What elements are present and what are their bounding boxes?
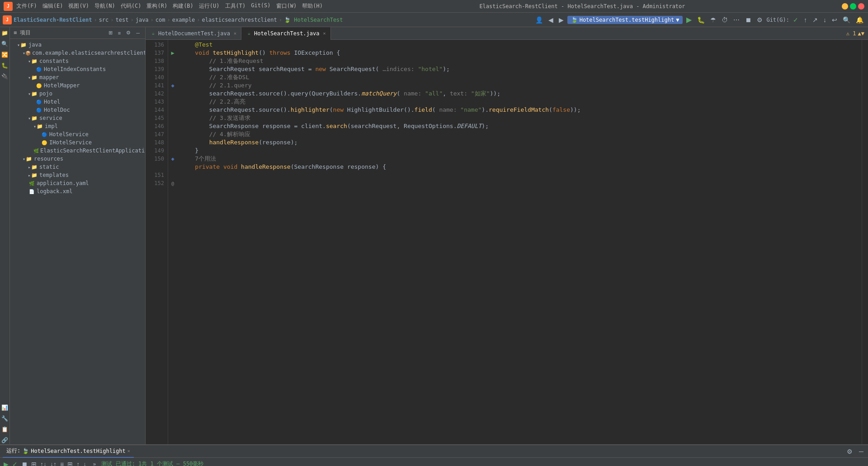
run-sort-desc[interactable]: ↓↑ [49,460,57,466]
tree-item-package[interactable]: ▾ 📦 com.example.elasticsearchrestclient [10,49,145,57]
run-collapse-all[interactable]: ≡ [59,460,65,466]
tree-item-resources[interactable]: ▾ 📁 resources [10,155,145,163]
breadcrumb-java[interactable]: java [136,17,149,23]
coverage-button[interactable]: ☂ [708,15,718,24]
run-stop-button[interactable]: ⏹ [20,460,28,466]
tab-hotelsearchtest-close[interactable]: ✕ [323,31,326,36]
back-button[interactable]: ◀ [547,15,555,24]
run-minimize-button[interactable]: ─ [857,447,865,456]
tree-item-java[interactable]: ▾ 📁 java [10,41,145,49]
breadcrumb-com[interactable]: com [156,17,165,23]
tab-hoteldocumenttest-close[interactable]: ✕ [234,31,236,36]
left-icon-bottom-3[interactable]: 📋 [1,425,9,433]
close-button[interactable] [858,3,864,10]
more-run-button[interactable]: ⋯ [731,15,741,24]
tree-item-yaml[interactable]: 🌿 application.yaml [10,179,145,187]
run-button[interactable]: ▶ [684,14,693,25]
git-push[interactable]: ↑ [802,15,809,24]
sidebar-action-minimize[interactable]: ─ [134,29,142,37]
tree-item-hotel[interactable]: 🔵 Hotel [10,98,145,106]
minimize-button[interactable] [842,3,848,10]
tree-item-pojo[interactable]: ▾ 📁 pojo [10,90,145,98]
breadcrumb-example[interactable]: example [172,17,195,23]
menu-tools[interactable]: 工具(T) [225,2,246,10]
tree-label-static: static [39,164,59,170]
tree-item-hotelindexconstants[interactable]: 🔵 HotelIndexConstants [10,65,145,73]
sidebar-action-collapse[interactable]: ≡ [116,29,123,37]
profile-button[interactable]: ⏱ [720,15,730,24]
run-tree-toggle[interactable]: ⊞ [30,460,38,466]
run-tab-label[interactable]: 运行: 🍃 HotelSearchTest.testHighlight ✕ [3,445,134,458]
avatar-button[interactable]: 👤 [533,15,545,24]
menu-window[interactable]: 窗口(W) [276,2,297,10]
tree-item-hotelservice[interactable]: 🔵 HotelService [10,130,145,138]
git-pull[interactable]: ↓ [821,15,828,24]
run-config-selector[interactable]: 🍃 HotelSearchTest.testHighlight ▼ [567,16,683,24]
code-content[interactable]: @Test void testHighlight() throws IOExce… [177,40,862,444]
tree-item-xml[interactable]: 📄 logback.xml [10,187,145,195]
sidebar-action-settings[interactable]: ⚙ [124,29,132,37]
breadcrumb-test[interactable]: test [116,17,129,23]
maximize-button[interactable] [850,3,856,10]
run-sort-asc[interactable]: ↑↓ [39,460,47,466]
menu-build[interactable]: 构建(B) [173,2,193,10]
run-play-button[interactable]: ▶ [3,460,9,466]
tab-hotelsearchtest[interactable]: ☕ HotelSearchTest.java ✕ [241,27,331,40]
tree-item-application[interactable]: 🌿 ElasticSearchRestClientApplication [10,147,145,155]
menu-git[interactable]: Git(S) [251,2,270,10]
forward-button[interactable]: ▶ [557,15,566,24]
notifications-button[interactable]: 🔔 [854,15,865,24]
left-icon-5[interactable]: 🔌 [1,72,9,81]
left-icon-2[interactable]: 🔍 [1,40,9,48]
menu-nav[interactable]: 导航(N) [94,2,115,10]
menu-code[interactable]: 代码(C) [121,2,142,10]
menu-bar[interactable]: 文件(F) 编辑(E) 视图(V) 导航(N) 代码(C) 重构(R) 构建(B… [16,2,323,10]
run-next-fail[interactable]: ↓ [82,460,87,466]
left-icon-bottom-4[interactable]: 🔗 [1,436,9,444]
run-expand-all[interactable]: ⊞ [66,460,74,466]
scroll-down-icon[interactable]: ▼ [861,30,864,37]
search-button[interactable]: 🔍 [841,15,852,24]
menu-help[interactable]: 帮助(H) [302,2,323,10]
left-icon-3[interactable]: 🔀 [1,51,9,59]
tab-hoteldocumenttest[interactable]: ☕ HotelDocumentTest.java ✕ [146,27,241,40]
run-settings-button[interactable]: ⚙ [845,447,854,456]
code-editor[interactable]: 136 137 138 139 140 141 142 143 144 145 … [146,40,868,444]
left-icon-bottom-2[interactable]: 🔧 [1,414,9,423]
tree-item-templates[interactable]: ▸ 📁 templates [10,171,145,179]
tree-item-constants[interactable]: ▾ 📁 constants [10,57,145,65]
menu-view[interactable]: 视图(V) [68,2,89,10]
debug-button[interactable]: 🐛 [695,15,707,24]
run-more-btn[interactable]: » [93,461,96,466]
scroll-up-icon[interactable]: ▲ [858,30,861,37]
settings-button[interactable]: ⚙ [755,15,764,24]
left-icon-4[interactable]: 🐛 [1,62,9,70]
menu-edit[interactable]: 编辑(E) [42,2,63,10]
menu-refactor[interactable]: 重构(R) [146,2,167,10]
git-fetch[interactable]: ↗ [811,15,820,24]
tree-item-static[interactable]: ▸ 📁 static [10,163,145,171]
run-prev-fail[interactable]: ↑ [75,460,80,466]
git-check[interactable]: ✓ [791,15,800,24]
git-revert[interactable]: ↩ [830,15,839,24]
run-rerun-button[interactable]: ✓ [11,460,19,466]
window-controls[interactable] [842,3,864,10]
menu-run[interactable]: 运行(U) [199,2,220,10]
stop-button[interactable]: ⏹ [743,15,753,24]
run-tabs-bar: 运行: 🍃 HotelSearchTest.testHighlight ✕ ⚙ … [0,445,868,458]
breadcrumb-package[interactable]: elasticsearchrestclient [202,17,277,23]
run-tab-close[interactable]: ✕ [127,448,130,453]
tree-item-service[interactable]: ▾ 📁 service [10,114,145,122]
menu-file[interactable]: 文件(F) [16,2,37,10]
left-icon-1[interactable]: 📁 [1,29,9,37]
breadcrumb-file[interactable]: 🍃 HotelSearchTest [284,17,343,23]
left-icon-bottom-1[interactable]: 📊 [1,404,9,412]
tree-item-hotelmapper[interactable]: 🟡 HotelMapper [10,81,145,90]
tree-item-hoteldoc[interactable]: 🔵 HotelDoc [10,106,145,114]
tree-item-ihotelservice[interactable]: 🟡 IHotelService [10,138,145,147]
breadcrumb-project[interactable]: ElasticSearch-RestClient [14,17,92,23]
breadcrumb-src[interactable]: src [99,17,109,23]
tree-item-impl[interactable]: ▾ 📁 impl [10,122,145,130]
sidebar-action-expand[interactable]: ⊞ [107,29,114,37]
tree-item-mapper[interactable]: ▾ 📁 mapper [10,73,145,81]
